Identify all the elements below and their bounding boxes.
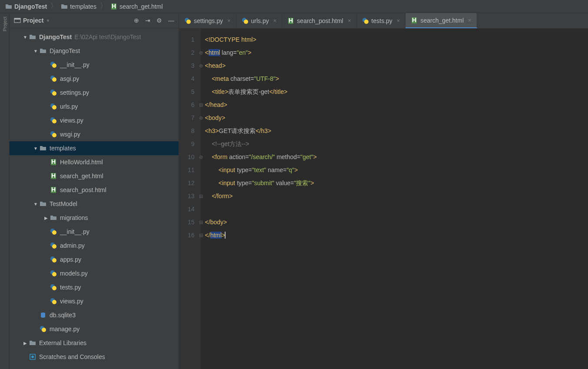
tree-row[interactable]: settings.py [10, 86, 179, 100]
tree-row[interactable]: ▼DjangoTestE:\02Api test\DjangoTest [10, 30, 179, 44]
svg-point-34 [41, 312, 45, 314]
close-icon[interactable]: × [397, 17, 400, 24]
code-line[interactable]: ⊟</html> [205, 229, 317, 242]
project-view-selector[interactable]: Project ▼ [14, 17, 134, 24]
fold-icon[interactable]: ⊖ [199, 111, 203, 124]
code-line[interactable]: <!DOCTYPE html> [205, 33, 317, 46]
tree-row[interactable]: ▼TestModel [10, 197, 179, 211]
tree-row[interactable]: Hsearch_get.html [10, 169, 179, 183]
line-number: 12 [188, 176, 195, 189]
code-line[interactable]: <input type="submit" value="搜索"> [205, 176, 317, 189]
tree-row[interactable]: ▶migrations [10, 211, 179, 225]
editor-tab[interactable]: settings.py× [179, 13, 236, 28]
fold-icon[interactable]: ⊖ [199, 59, 203, 72]
editor-tab[interactable]: tests.py× [357, 13, 406, 28]
code-line[interactable] [205, 203, 317, 216]
gear-icon[interactable]: ⚙ [156, 17, 162, 24]
py-icon [50, 256, 57, 263]
tree-label: admin.py [60, 242, 85, 249]
editor-tab[interactable]: urls.py× [236, 13, 282, 28]
tree-row[interactable]: db.sqlite3 [10, 308, 179, 322]
line-number: 8 [188, 124, 195, 137]
fold-icon[interactable]: ⊟ [199, 216, 203, 229]
close-icon[interactable]: × [273, 17, 277, 24]
svg-point-36 [42, 328, 46, 332]
tree-row[interactable]: ▶External Libraries [10, 336, 179, 350]
close-icon[interactable]: × [348, 17, 351, 24]
tree-row[interactable]: __init__.py [10, 225, 179, 239]
breadcrumb-item[interactable]: templates [59, 2, 98, 11]
code-line[interactable]: <title>表单搜索页-get</title> [205, 85, 317, 98]
project-tree[interactable]: ▼DjangoTestE:\02Api test\DjangoTest▼Djan… [10, 28, 179, 369]
code-line[interactable]: ⊟ </form> [205, 189, 317, 203]
fold-icon[interactable]: ⊟ [199, 98, 203, 111]
tree-row[interactable]: urls.py [10, 100, 179, 113]
tree-label: search_post.html [60, 186, 106, 193]
html-icon: H [50, 186, 57, 194]
svg-point-9 [52, 91, 56, 96]
tree-arrow-icon[interactable]: ▼ [32, 202, 39, 206]
tree-row[interactable]: asgi.py [10, 72, 179, 86]
fold-icon[interactable]: ⊟ [199, 189, 203, 203]
editor-tab[interactable]: Hsearch_post.html× [282, 13, 356, 28]
tree-row[interactable]: Hsearch_post.html [10, 183, 179, 197]
code-line[interactable]: <!--get方法--> [205, 137, 317, 150]
code-line[interactable]: ⊖<body> [205, 111, 317, 124]
html-icon: H [287, 17, 294, 24]
py-icon [50, 228, 57, 236]
code-line[interactable]: <meta charset="UTF-8"> [205, 72, 317, 85]
tree-row[interactable]: models.py [10, 266, 179, 280]
tree-arrow-icon[interactable]: ▼ [32, 49, 39, 53]
tree-label: views.py [60, 117, 83, 124]
locate-icon[interactable]: ⊕ [134, 17, 139, 24]
project-tool-label[interactable]: Project [2, 17, 7, 31]
tree-row[interactable]: views.py [10, 294, 179, 308]
fold-icon[interactable]: ⊖ [199, 46, 203, 59]
svg-text:H: H [51, 173, 56, 179]
line-number: 4 [188, 72, 195, 85]
tree-row[interactable]: apps.py [10, 253, 179, 266]
tree-row[interactable]: ▼DjangoTest [10, 44, 179, 58]
svg-text:H: H [51, 186, 56, 193]
line-number: 6 [188, 98, 195, 111]
code-line[interactable]: ⊖<head> [205, 59, 317, 72]
svg-point-25 [52, 244, 56, 249]
tree-row[interactable]: tests.py [10, 280, 179, 294]
code-line[interactable]: ⊟</body> [205, 216, 317, 229]
fold-icon[interactable]: ⊖ [199, 150, 203, 163]
tree-label: Scratches and Consoles [39, 353, 105, 360]
breadcrumb-item[interactable]: H search_get.html [109, 2, 165, 11]
tree-arrow-icon[interactable]: ▼ [32, 146, 39, 151]
tree-row[interactable]: views.py [10, 113, 179, 127]
close-icon[interactable]: × [227, 17, 231, 24]
breadcrumb-item[interactable]: DjangoTest [3, 2, 49, 11]
collapse-all-icon[interactable]: ⇥ [145, 17, 150, 24]
svg-text:H: H [51, 159, 56, 165]
svg-text:H: H [289, 17, 293, 24]
tab-label: urls.py [251, 17, 269, 24]
svg-point-13 [52, 119, 56, 123]
code-line[interactable]: <h3>GET请求搜索</h3> [205, 124, 317, 137]
line-number: 11 [188, 163, 195, 176]
tree-arrow-icon[interactable]: ▶ [43, 216, 50, 220]
tree-row[interactable]: ▼templates [10, 141, 179, 155]
tree-row[interactable]: manage.py [10, 322, 179, 336]
tree-label: External Libraries [39, 339, 86, 346]
fold-icon[interactable]: ⊟ [199, 229, 203, 242]
tree-row[interactable]: __init__.py [10, 58, 179, 72]
tree-row[interactable]: Scratches and Consoles [10, 350, 179, 364]
close-icon[interactable]: × [468, 17, 472, 23]
tree-arrow-icon[interactable]: ▼ [22, 35, 29, 40]
code-line[interactable]: ⊟</head> [205, 98, 317, 111]
code-line[interactable]: ⊖ <form action="/search/" method="get"> [205, 150, 317, 163]
tree-row[interactable]: wsgi.py [10, 127, 179, 141]
code-editor[interactable]: 12345678910111213141516 <!DOCTYPE html>⊖… [179, 29, 588, 369]
tree-row[interactable]: HHelloWorld.html [10, 155, 179, 169]
tree-arrow-icon[interactable]: ▶ [22, 341, 29, 346]
code-line[interactable]: <input type="text" name="q"> [205, 163, 317, 176]
editor-tab[interactable]: Hsearch_get.html× [405, 13, 477, 28]
db-icon [39, 311, 47, 319]
tree-row[interactable]: admin.py [10, 239, 179, 253]
hide-icon[interactable]: — [168, 17, 174, 24]
code-line[interactable]: ⊖<html lang="en"> [205, 46, 317, 59]
